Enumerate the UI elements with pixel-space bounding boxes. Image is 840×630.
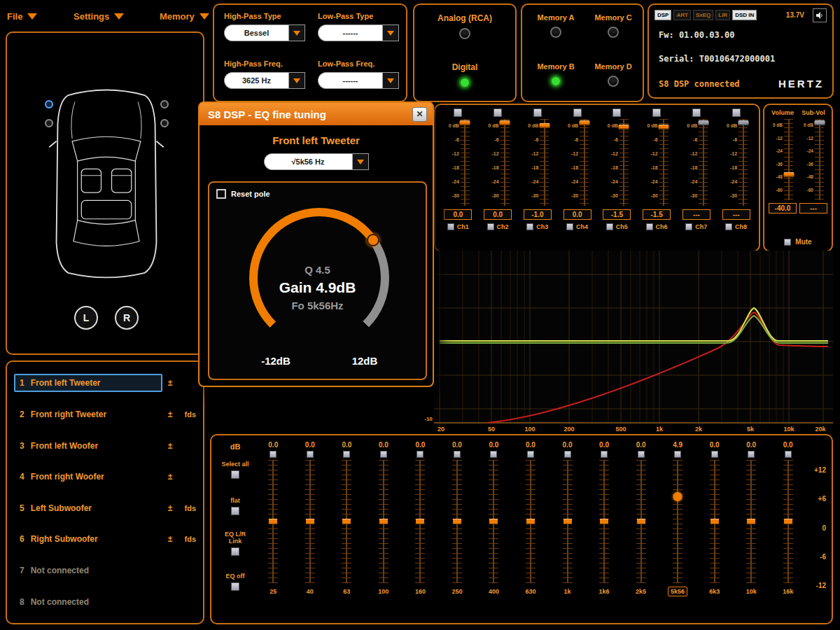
eq-band-thumb[interactable]: [564, 519, 572, 524]
eq-band-slider[interactable]: [710, 460, 720, 583]
phase-toggle[interactable]: ±: [162, 472, 178, 482]
eq-band-checkbox[interactable]: [380, 451, 387, 458]
lp-type-select[interactable]: ------: [318, 24, 399, 41]
dialog-freq-select[interactable]: √5k56 Hz: [264, 153, 369, 170]
level-slider[interactable]: [738, 119, 748, 206]
eq-band-thumb[interactable]: [379, 519, 388, 524]
eq-band-checkbox[interactable]: [343, 451, 350, 458]
eq-band-checkbox[interactable]: [785, 451, 792, 458]
eq-band-slider[interactable]: [489, 460, 498, 583]
phase-toggle[interactable]: ±: [162, 441, 178, 451]
eq-band-thumb[interactable]: [489, 519, 498, 524]
eq-band-slider[interactable]: [563, 460, 573, 583]
left-channel-button[interactable]: L: [74, 306, 98, 330]
phase-toggle[interactable]: ±: [162, 503, 178, 513]
eq-band-thumb[interactable]: [416, 519, 424, 524]
eq-band-slider[interactable]: [379, 460, 388, 583]
reset-pole-checkbox[interactable]: [216, 189, 226, 199]
channel-select-checkbox[interactable]: [447, 223, 454, 230]
analog-input[interactable]: Analog (RCA): [414, 13, 515, 39]
right-channel-button[interactable]: R: [115, 306, 139, 330]
eq-band-thumb[interactable]: [342, 519, 351, 524]
subvol-slider[interactable]: [815, 119, 824, 200]
speaker-dot-front-left-woofer[interactable]: [45, 119, 53, 127]
eq-band-slider[interactable]: [452, 460, 462, 583]
eq-band-checkbox[interactable]: [416, 451, 424, 458]
mute-control[interactable]: Mute: [764, 238, 832, 246]
eq-band-slider[interactable]: [305, 460, 315, 583]
reset-pole-control[interactable]: Reset pole: [216, 189, 270, 199]
channel-select-checkbox[interactable]: [526, 223, 533, 230]
eq-band-checkbox[interactable]: [638, 451, 645, 458]
eq-band-slider[interactable]: [599, 460, 609, 583]
dialog-titlebar[interactable]: S8 DSP - EQ fine tuning ✕: [200, 103, 433, 125]
phase-toggle[interactable]: ±: [162, 410, 178, 419]
level-slider-thumb[interactable]: [738, 120, 748, 125]
eq-band-slider[interactable]: [636, 460, 646, 583]
level-slider-thumb[interactable]: [619, 125, 629, 130]
mute-checkbox[interactable]: [784, 239, 791, 246]
level-slider[interactable]: [620, 119, 629, 206]
level-slider[interactable]: [461, 119, 470, 206]
hp-type-select[interactable]: Bessel: [224, 24, 305, 41]
eq-band-thumb[interactable]: [453, 519, 461, 524]
eq-lr-link-checkbox[interactable]: [231, 547, 239, 556]
channel-select-checkbox[interactable]: [566, 223, 573, 230]
eq-band-thumb[interactable]: [710, 519, 719, 524]
phase-toggle[interactable]: ±: [162, 534, 178, 544]
channel-item-1[interactable]: 1Front left Tweeter ±: [14, 374, 196, 392]
eq-band-checkbox[interactable]: [490, 451, 497, 458]
level-slider-thumb[interactable]: [539, 123, 550, 128]
channel-item-8[interactable]: 8Not connected: [14, 593, 196, 611]
eq-band-checkbox[interactable]: [527, 451, 534, 458]
channel-item-3[interactable]: 3Front left Woofer ±: [14, 437, 196, 455]
output-mute-checkbox[interactable]: [493, 108, 502, 117]
eq-band-thumb[interactable]: [673, 492, 682, 501]
output-mute-checkbox[interactable]: [454, 108, 462, 117]
output-mute-checkbox[interactable]: [692, 108, 701, 117]
channel-item-5[interactable]: 5Left Subwoofer ±fds: [14, 499, 196, 517]
channel-select-checkbox[interactable]: [606, 223, 613, 230]
level-slider-thumb[interactable]: [698, 120, 708, 125]
close-button[interactable]: ✕: [412, 107, 427, 122]
level-slider[interactable]: [659, 119, 668, 206]
eq-band-slider[interactable]: [268, 460, 278, 583]
speaker-dot-front-left-tweeter[interactable]: [45, 100, 53, 108]
eq-band-checkbox[interactable]: [454, 451, 461, 458]
eq-band-slider[interactable]: [526, 460, 536, 583]
eq-band-thumb[interactable]: [269, 519, 277, 524]
channel-select-checkbox[interactable]: [725, 223, 732, 230]
eq-band-checkbox[interactable]: [711, 451, 718, 458]
eq-band-thumb[interactable]: [747, 519, 755, 524]
subvol-slider-thumb[interactable]: [814, 120, 825, 125]
level-slider-thumb[interactable]: [460, 120, 470, 125]
hp-freq-dropdown-button[interactable]: [288, 72, 305, 89]
eq-band-checkbox[interactable]: [307, 451, 314, 458]
phase-toggle[interactable]: ±: [162, 378, 178, 388]
channel-select-checkbox[interactable]: [487, 223, 494, 230]
memory-c[interactable]: Memory C: [584, 13, 643, 38]
channel-select-checkbox[interactable]: [685, 223, 692, 230]
eq-band-thumb[interactable]: [526, 519, 535, 524]
channel-item-6[interactable]: 6Right Subwoofer ±fds: [14, 530, 196, 548]
eq-band-thumb[interactable]: [306, 519, 314, 524]
flat-checkbox[interactable]: [231, 507, 239, 515]
output-mute-checkbox[interactable]: [533, 108, 542, 117]
level-slider[interactable]: [580, 119, 589, 206]
level-slider-thumb[interactable]: [659, 125, 669, 130]
hp-type-dropdown-button[interactable]: [288, 24, 305, 41]
eq-band-slider[interactable]: [673, 460, 682, 583]
menu-file[interactable]: File: [7, 11, 37, 22]
level-slider-thumb[interactable]: [579, 120, 589, 125]
level-slider[interactable]: [699, 119, 708, 206]
memory-b[interactable]: Memory B: [526, 62, 585, 87]
menu-memory[interactable]: Memory: [160, 11, 209, 22]
hp-freq-select[interactable]: 3625 Hz: [224, 72, 305, 89]
eq-band-slider[interactable]: [415, 460, 425, 583]
level-slider-thumb[interactable]: [500, 120, 510, 125]
channel-item-2[interactable]: 2Front right Tweeter ±fds: [14, 405, 196, 424]
output-mute-checkbox[interactable]: [652, 108, 661, 117]
eq-band-checkbox[interactable]: [748, 451, 755, 458]
select-all-checkbox[interactable]: [231, 470, 239, 479]
speaker-dot-front-right-tweeter[interactable]: [160, 100, 169, 108]
